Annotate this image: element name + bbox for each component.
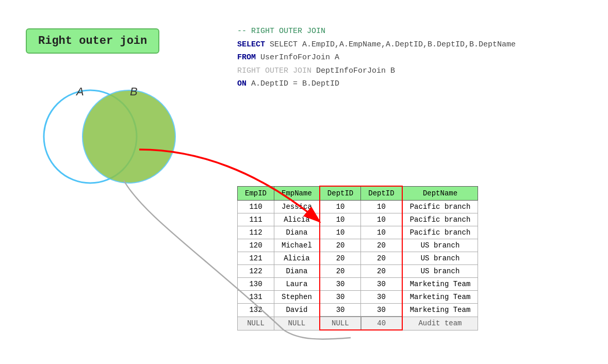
cell-empname: Diana (274, 265, 320, 278)
cell-deptname: US branch (402, 252, 478, 265)
col-header-empid: EmpID (238, 186, 274, 201)
sql-line3: RIGHT OUTER JOIN DeptInfoForJoin B (237, 64, 516, 78)
table-row: 120Michael2020US branch (238, 239, 478, 252)
cell-empname: Diana (274, 226, 320, 239)
cell-empname: David (274, 304, 320, 317)
cell-deptname: Pacific branch (402, 213, 478, 226)
cell-deptid-a: 10 (320, 201, 361, 213)
table-row: 112Diana1010Pacific branch (238, 226, 478, 239)
col-header-deptid-a: DeptID (320, 186, 361, 201)
cell-deptname: Marketing Team (402, 304, 478, 317)
col-header-empname: EmpName (274, 186, 320, 201)
cell-deptid-b: 30 (361, 291, 402, 304)
svg-point-1 (83, 90, 175, 183)
col-header-deptname: DeptName (402, 186, 478, 201)
cell-empname: Stephen (274, 291, 320, 304)
cell-deptid-b: 30 (361, 278, 402, 291)
cell-deptid-a: 20 (320, 265, 361, 278)
cell-empid: 121 (238, 252, 274, 265)
cell-deptid-b: 10 (361, 201, 402, 213)
cell-deptid-b: 20 (361, 252, 402, 265)
title-badge: Right outer join (26, 28, 159, 54)
cell-empid: NULL (238, 317, 274, 330)
sql-line1: SELECT SELECT A.EmpID,A.EmpName,A.DeptID… (237, 38, 516, 52)
cell-deptname: Pacific branch (402, 226, 478, 239)
cell-deptid-b: 40 (361, 317, 402, 330)
sql-line4: ON A.DeptID = B.DeptID (237, 77, 516, 91)
col-header-deptid-b: DeptID (361, 186, 402, 201)
cell-deptid-a: 10 (320, 226, 361, 239)
table-row: 110Jessica1010Pacific branch (238, 201, 478, 213)
cell-deptid-a: 20 (320, 239, 361, 252)
svg-point-0 (44, 90, 137, 183)
sql-comment: -- RIGHT OUTER JOIN (237, 25, 516, 38)
cell-empname: Laura (274, 278, 320, 291)
cell-deptid-a: 30 (320, 278, 361, 291)
cell-empid: 112 (238, 226, 274, 239)
cell-deptid-a: 30 (320, 291, 361, 304)
table-row: 111Alicia1010Pacific branch (238, 213, 478, 226)
cell-empid: 132 (238, 304, 274, 317)
cell-deptname: US branch (402, 239, 478, 252)
cell-deptname: Marketing Team (402, 278, 478, 291)
cell-deptname: Pacific branch (402, 201, 478, 213)
cell-deptid-a: 10 (320, 213, 361, 226)
cell-deptid-a: NULL (320, 317, 361, 330)
cell-empid: 130 (238, 278, 274, 291)
cell-empname: Alicia (274, 213, 320, 226)
cell-deptname: Marketing Team (402, 291, 478, 304)
cell-empid: 122 (238, 265, 274, 278)
table-row: 121Alicia2020US branch (238, 252, 478, 265)
cell-deptname: US branch (402, 265, 478, 278)
cell-empid: 131 (238, 291, 274, 304)
cell-empid: 120 (238, 239, 274, 252)
table-row: 130Laura3030Marketing Team (238, 278, 478, 291)
table-row: NULLNULLNULL40Audit team (238, 317, 478, 330)
cell-empid: 110 (238, 201, 274, 213)
cell-deptname: Audit team (402, 317, 478, 330)
sql-block: -- RIGHT OUTER JOIN SELECT SELECT A.EmpI… (237, 25, 516, 91)
table-row: 122Diana2020US branch (238, 265, 478, 278)
cell-deptid-b: 30 (361, 304, 402, 317)
cell-deptid-a: 20 (320, 252, 361, 265)
table-row: 131Stephen3030Marketing Team (238, 291, 478, 304)
cell-empname: Jessica (274, 201, 320, 213)
cell-deptid-b: 20 (361, 265, 402, 278)
cell-deptid-b: 10 (361, 213, 402, 226)
cell-deptid-b: 20 (361, 239, 402, 252)
venn-label-a: A (75, 85, 84, 98)
result-table: EmpID EmpName DeptID DeptID DeptName 110… (237, 186, 478, 330)
cell-empname: Michael (274, 239, 320, 252)
table-row: 132David3030Marketing Team (238, 304, 478, 317)
cell-deptid-b: 10 (361, 226, 402, 239)
cell-deptid-a: 30 (320, 304, 361, 317)
cell-empid: 111 (238, 213, 274, 226)
cell-empname: Alicia (274, 252, 320, 265)
cell-empname: NULL (274, 317, 320, 330)
sql-line2: FROM UserInfoForJoin A (237, 51, 516, 64)
venn-label-b: B (130, 85, 138, 98)
